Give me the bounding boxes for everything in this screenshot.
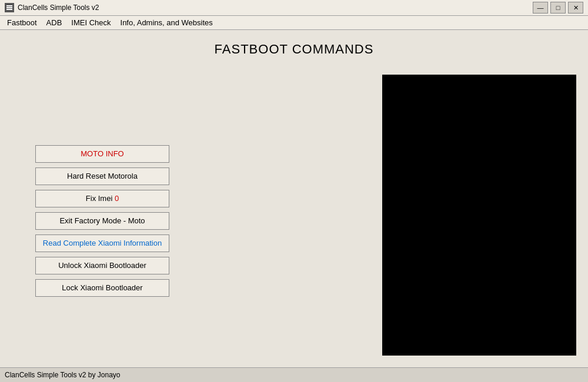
exit-factory-mode-button[interactable]: Exit Factory Mode - Moto <box>35 212 169 230</box>
fix-imei-label: Fix Imei 0 <box>86 194 119 203</box>
lock-xiaomi-label: Lock Xiaomi Bootloader <box>62 283 142 292</box>
menu-bar: Fastboot ADB IMEI Check Info, Admins, an… <box>0 16 588 30</box>
page-title: FASTBOOT COMMANDS <box>215 42 374 57</box>
unlock-xiaomi-label: Unlock Xiaomi Bootloader <box>58 261 146 270</box>
svg-rect-1 <box>6 5 12 6</box>
buttons-panel: MOTO INFO Hard Reset Motorola Fix Imei 0… <box>35 145 171 297</box>
fix-imei-button[interactable]: Fix Imei 0 <box>35 190 169 207</box>
exit-factory-label: Exit Factory Mode - Moto <box>59 216 145 225</box>
window-title: ClanCells Simple Tools v2 <box>18 4 99 12</box>
main-content: FASTBOOT COMMANDS MOTO INFO Hard Reset M… <box>0 30 588 367</box>
svg-rect-2 <box>6 7 12 8</box>
hard-reset-motorola-button[interactable]: Hard Reset Motorola <box>35 167 169 185</box>
menu-item-fastboot[interactable]: Fastboot <box>2 16 42 29</box>
moto-info-label: MOTO INFO <box>81 149 123 158</box>
menu-item-adb[interactable]: ADB <box>42 16 67 29</box>
read-complete-xiaomi-button[interactable]: Read Complete Xiaomi Information <box>35 234 169 252</box>
title-bar-left: ClanCells Simple Tools v2 <box>5 3 99 12</box>
minimize-button[interactable]: — <box>533 2 548 14</box>
svg-rect-3 <box>6 9 12 10</box>
lock-xiaomi-bootloader-button[interactable]: Lock Xiaomi Bootloader <box>35 279 169 297</box>
close-button[interactable]: ✕ <box>568 2 583 14</box>
read-complete-label: Read Complete Xiaomi Information <box>43 239 162 247</box>
title-bar: ClanCells Simple Tools v2 — □ ✕ <box>0 0 588 16</box>
title-bar-controls: — □ ✕ <box>533 2 583 14</box>
fix-imei-zero: 0 <box>115 194 119 203</box>
content-area: MOTO INFO Hard Reset Motorola Fix Imei 0… <box>12 75 576 356</box>
menu-item-info-admins-websites[interactable]: Info, Admins, and Websites <box>116 16 218 29</box>
menu-item-imei-check[interactable]: IMEI Check <box>66 16 115 29</box>
footer: ClanCells Simple Tools v2 by Jonayo <box>0 367 588 382</box>
app-icon <box>5 3 14 12</box>
moto-info-button[interactable]: MOTO INFO <box>35 145 169 163</box>
unlock-xiaomi-bootloader-button[interactable]: Unlock Xiaomi Bootloader <box>35 257 169 274</box>
maximize-button[interactable]: □ <box>550 2 566 14</box>
hard-reset-label: Hard Reset Motorola <box>67 172 138 180</box>
display-panel <box>382 75 576 356</box>
footer-text: ClanCells Simple Tools v2 by Jonayo <box>5 371 121 379</box>
